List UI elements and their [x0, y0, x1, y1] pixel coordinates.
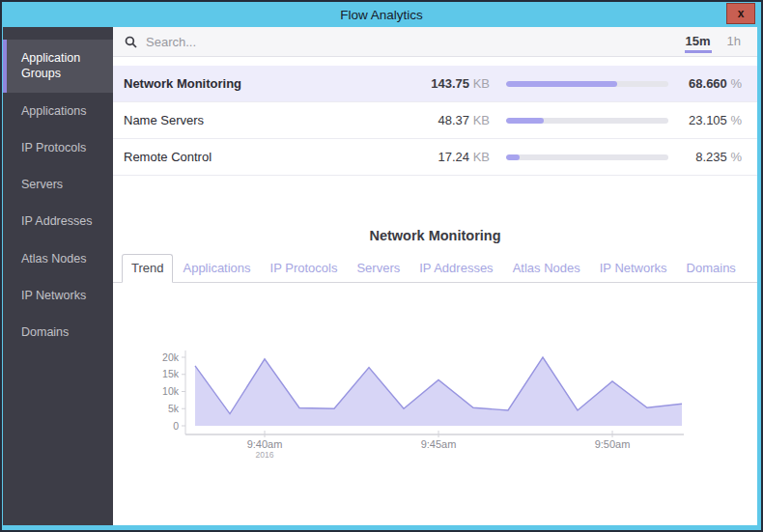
list-item-name-servers[interactable]: Name Servers48.37 KB23.105 % [113, 102, 757, 139]
time-range-toggle: 15m1h [685, 31, 743, 53]
group-bytes: 48.37 KB [401, 113, 490, 127]
svg-text:15k: 15k [162, 368, 180, 379]
group-bytes: 143.75 KB [401, 76, 490, 91]
bytes-unit: KB [473, 76, 490, 91]
group-name: Network Monitoring [124, 76, 401, 91]
close-button[interactable]: x [726, 3, 755, 24]
tab-ip-addresses[interactable]: IP Addresses [410, 254, 502, 283]
svg-text:5k: 5k [168, 403, 180, 414]
group-percent: 8.235 % [680, 150, 742, 164]
svg-text:2016: 2016 [256, 450, 274, 460]
detail-tabs: TrendApplicationsIP ProtocolsServersIP A… [113, 254, 757, 283]
tab-servers[interactable]: Servers [347, 254, 410, 283]
group-percent: 68.660 % [680, 76, 742, 91]
usage-bar [506, 118, 668, 124]
svg-text:9:45am: 9:45am [421, 438, 457, 450]
sidebar: Application GroupsApplicationsIP Protoco… [3, 27, 113, 525]
tab-ip-protocols[interactable]: IP Protocols [261, 254, 348, 283]
group-percent: 23.105 % [680, 113, 742, 127]
group-name: Remote Control [124, 150, 401, 164]
window-title: Flow Analytics [340, 8, 423, 22]
trend-chart-container: 05k10k15k20k9:40am20169:45am9:50am [142, 345, 757, 469]
list-item-remote-control[interactable]: Remote Control17.24 KB8.235 % [113, 139, 757, 176]
search-bar: 15m1h [113, 27, 757, 57]
bytes-unit: KB [473, 113, 490, 127]
search-icon [125, 36, 137, 48]
percent-unit: % [730, 76, 742, 91]
tab-atlas-nodes[interactable]: Atlas Nodes [503, 254, 590, 283]
close-icon: x [738, 8, 745, 19]
main-panel: 15m1h Network Monitoring143.75 KB68.660 … [113, 27, 757, 525]
detail-title: Network Monitoring [113, 228, 757, 243]
group-bytes: 17.24 KB [401, 150, 490, 164]
app-group-list: Network Monitoring143.75 KB68.660 %Name … [113, 57, 757, 176]
percent-unit: % [730, 113, 742, 127]
search-input[interactable] [144, 34, 685, 50]
svg-text:10k: 10k [162, 385, 180, 397]
tab-domains[interactable]: Domains [677, 254, 746, 283]
sidebar-item-ip-protocols[interactable]: IP Protocols [3, 129, 113, 166]
sidebar-item-applications[interactable]: Applications [3, 93, 113, 129]
usage-bar [506, 81, 668, 87]
range-15m[interactable]: 15m [685, 31, 712, 53]
sidebar-item-ip-addresses[interactable]: IP Addresses [3, 203, 113, 239]
tab-applications[interactable]: Applications [173, 254, 260, 283]
window-content: Application GroupsApplicationsIP Protoco… [3, 27, 757, 525]
usage-bar-fill [506, 118, 544, 124]
svg-text:0: 0 [173, 420, 179, 432]
sidebar-item-domains[interactable]: Domains [3, 314, 113, 350]
sidebar-item-servers[interactable]: Servers [3, 166, 113, 203]
usage-bar-fill [506, 154, 520, 160]
titlebar: Flow Analytics x [2, 2, 761, 27]
tab-trend[interactable]: Trend [122, 254, 173, 283]
usage-bar [506, 154, 668, 160]
range-1h[interactable]: 1h [726, 31, 742, 53]
percent-unit: % [730, 150, 742, 164]
trend-chart: 05k10k15k20k9:40am20169:45am9:50am [142, 345, 741, 465]
list-item-network-monitoring[interactable]: Network Monitoring143.75 KB68.660 % [113, 66, 757, 102]
group-name: Name Servers [124, 113, 401, 127]
bytes-unit: KB [473, 150, 490, 164]
svg-text:20k: 20k [162, 351, 180, 363]
flow-analytics-window: Flow Analytics x Application GroupsAppli… [0, 0, 763, 532]
detail-section: Network Monitoring TrendApplicationsIP P… [113, 176, 757, 469]
sidebar-item-application-groups[interactable]: Application Groups [3, 40, 113, 93]
svg-text:9:50am: 9:50am [595, 438, 631, 450]
sidebar-item-ip-networks[interactable]: IP Networks [3, 277, 113, 314]
usage-bar-fill [506, 81, 617, 87]
sidebar-item-atlas-nodes[interactable]: Atlas Nodes [3, 240, 113, 277]
svg-text:9:40am: 9:40am [247, 438, 283, 450]
tab-ip-networks[interactable]: IP Networks [590, 254, 677, 283]
